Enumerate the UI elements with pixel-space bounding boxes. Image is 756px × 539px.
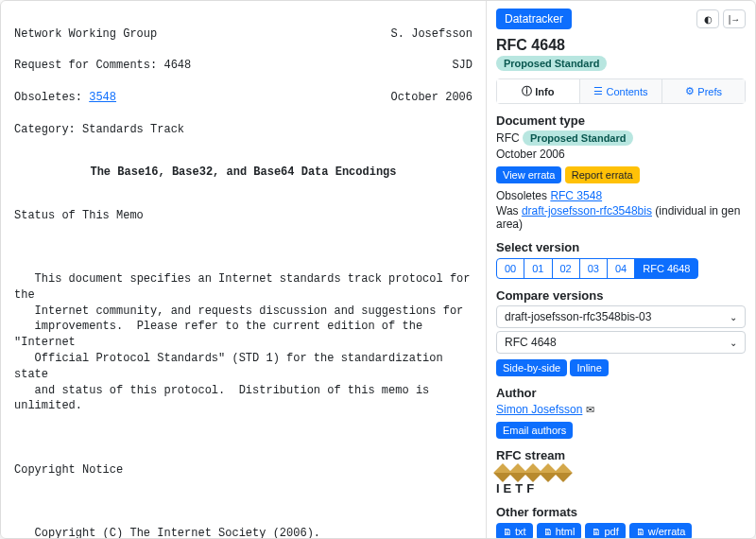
- chevron-down-icon: ⌄: [730, 338, 737, 348]
- doctype-prefix: RFC: [496, 131, 520, 145]
- obsoletes-rfc-link[interactable]: RFC 3548: [550, 189, 602, 202]
- version-03[interactable]: 03: [579, 258, 608, 279]
- ietf-text: IETF: [496, 481, 746, 496]
- hdr-l2: Request for Comments: 4648: [14, 58, 191, 74]
- file-icon: [503, 526, 512, 537]
- copyright-heading: Copyright Notice: [14, 462, 472, 478]
- version-current[interactable]: RFC 4648: [634, 258, 698, 279]
- format-html[interactable]: html: [537, 523, 582, 538]
- select-version-heading: Select version: [496, 240, 746, 254]
- format-txt[interactable]: txt: [496, 523, 533, 538]
- stream-heading: RFC stream: [496, 448, 746, 462]
- email-authors-button[interactable]: Email authors: [496, 422, 573, 439]
- was-draft-link[interactable]: draft-josefsson-rfc3548bis: [522, 204, 652, 217]
- document-body: Network Working GroupS. Josefsson Reques…: [1, 1, 486, 538]
- hdr-l4: Category: Standards Track: [14, 123, 184, 136]
- version-00[interactable]: 00: [496, 258, 524, 279]
- hdr-l1: Network Working Group: [14, 26, 157, 43]
- copyright-body: Copyright (C) The Internet Society (2006…: [14, 526, 472, 538]
- file-icon: [592, 526, 601, 537]
- side-by-side-button[interactable]: Side-by-side: [496, 359, 567, 376]
- format-pdf[interactable]: pdf: [585, 523, 625, 538]
- doctype-heading: Document type: [496, 113, 746, 128]
- compare-heading: Compare versions: [496, 288, 746, 303]
- compare-select-a[interactable]: draft-josefsson-rfc3548bis-03⌄: [496, 305, 746, 328]
- tabs: ⓘInfo ☰Contents ⚙Prefs: [496, 78, 746, 104]
- file-icon: [636, 526, 645, 537]
- gear-icon: ⚙: [685, 85, 695, 97]
- author-link[interactable]: Simon Josefsson: [496, 403, 582, 416]
- hdr-r1: S. Josefsson: [391, 26, 472, 43]
- version-01[interactable]: 01: [524, 258, 552, 279]
- obsoletes-label: Obsoletes: [496, 189, 550, 202]
- hdr-r2: SJD: [452, 58, 472, 74]
- status-badge: Proposed Standard: [496, 56, 607, 71]
- hdr-r3: October 2006: [391, 90, 472, 106]
- doc-date: October 2006: [496, 148, 746, 161]
- tab-contents[interactable]: ☰Contents: [579, 79, 662, 103]
- version-group: 00 01 02 03 04 RFC 4648: [496, 258, 746, 279]
- chevron-down-icon: ⌄: [730, 312, 737, 322]
- doctype-badge: Proposed Standard: [523, 130, 633, 146]
- was-label: Was: [496, 204, 522, 217]
- inline-button[interactable]: Inline: [570, 359, 608, 376]
- version-02[interactable]: 02: [552, 258, 580, 279]
- version-04[interactable]: 04: [607, 258, 635, 279]
- theme-toggle[interactable]: ◐: [696, 9, 719, 28]
- list-icon: ☰: [593, 85, 603, 97]
- compare-select-b[interactable]: RFC 4648⌄: [496, 331, 746, 354]
- rfc-number: RFC 4648: [496, 37, 746, 54]
- datatracker-button[interactable]: Datatracker: [496, 9, 572, 29]
- info-icon: ⓘ: [522, 84, 532, 98]
- file-icon: [543, 526, 553, 537]
- obsoletes-link[interactable]: 3548: [89, 91, 116, 104]
- formats-heading: Other formats: [496, 505, 746, 519]
- status-body: This document specifies an Internet stan…: [14, 271, 472, 414]
- status-heading: Status of This Memo: [14, 208, 472, 224]
- doc-title: The Base16, Base32, and Base64 Data Enco…: [14, 165, 472, 181]
- collapse-sidebar-button[interactable]: |→: [723, 9, 746, 28]
- sidebar: Datatracker ◐ |→ RFC 4648 Proposed Stand…: [486, 1, 755, 538]
- report-errata-button[interactable]: Report errata: [565, 166, 640, 183]
- author-heading: Author: [496, 386, 746, 400]
- view-errata-button[interactable]: View errata: [496, 166, 561, 183]
- tab-info[interactable]: ⓘInfo: [497, 79, 579, 103]
- format-werrata[interactable]: w/errata: [629, 523, 693, 538]
- mail-icon[interactable]: [586, 403, 594, 416]
- tab-prefs[interactable]: ⚙Prefs: [662, 79, 745, 103]
- hdr-l3: Obsoletes:: [14, 91, 89, 104]
- ietf-logo-icon: [496, 466, 746, 479]
